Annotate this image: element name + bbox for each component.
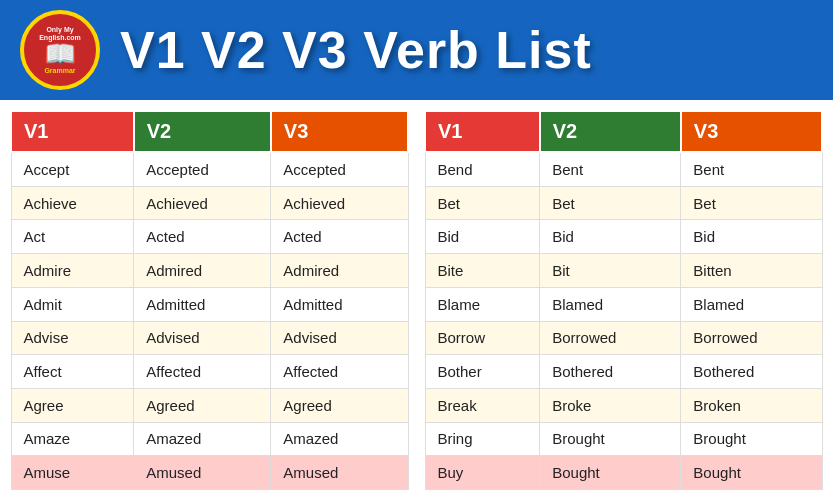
table-row: BuyBoughtBought — [425, 456, 822, 490]
table-cell: Advised — [134, 321, 271, 355]
table1-header-v2: V2 — [134, 111, 271, 152]
table-cell: Bent — [681, 152, 822, 186]
table-cell: Break — [425, 388, 540, 422]
table-cell: Bite — [425, 254, 540, 288]
table-row: AchieveAchievedAchieved — [11, 186, 408, 220]
table-cell: Admitted — [271, 287, 408, 321]
page-title: V1 V2 V3 Verb List — [120, 20, 592, 80]
table-cell: Agree — [11, 388, 134, 422]
table-cell: Bitten — [681, 254, 822, 288]
table-row: BotherBotheredBothered — [425, 355, 822, 389]
table-cell: Admire — [11, 254, 134, 288]
table-cell: Bothered — [681, 355, 822, 389]
table-cell: Achieved — [271, 186, 408, 220]
table-cell: Acted — [271, 220, 408, 254]
table-cell: Brought — [681, 422, 822, 456]
table-cell: Accept — [11, 152, 134, 186]
table-row: AdviseAdvisedAdvised — [11, 321, 408, 355]
table-cell: Amazed — [271, 422, 408, 456]
table-cell: Admired — [134, 254, 271, 288]
table-cell: Amaze — [11, 422, 134, 456]
table-cell: Accepted — [271, 152, 408, 186]
table-cell: Admitted — [134, 287, 271, 321]
table-cell: Admit — [11, 287, 134, 321]
table-row: AffectAffectedAffected — [11, 355, 408, 389]
logo-book-icon: 📖 — [44, 41, 76, 67]
table-cell: Bought — [681, 456, 822, 490]
table-cell: Advise — [11, 321, 134, 355]
table-row: BreakBrokeBroken — [425, 388, 822, 422]
logo-bottom-text: Grammar — [44, 67, 75, 74]
table-cell: Broken — [681, 388, 822, 422]
table-cell: Bid — [425, 220, 540, 254]
table-cell: Advised — [271, 321, 408, 355]
verb-table-1: V1 V2 V3 AcceptAcceptedAcceptedAchieveAc… — [10, 110, 409, 490]
table2-header-v3: V3 — [681, 111, 822, 152]
table-cell: Act — [11, 220, 134, 254]
table-cell: Bent — [540, 152, 681, 186]
table-cell: Bid — [681, 220, 822, 254]
table-row: AmuseAmusedAmused — [11, 456, 408, 490]
table-cell: Amuse — [11, 456, 134, 490]
table-cell: Borrow — [425, 321, 540, 355]
table-cell: Bid — [540, 220, 681, 254]
table-row: ActActedActed — [11, 220, 408, 254]
table-row: BendBentBent — [425, 152, 822, 186]
logo: Only MyEnglish.com 📖 Grammar — [20, 10, 100, 90]
table2-header-v2: V2 — [540, 111, 681, 152]
table-cell: Blamed — [540, 287, 681, 321]
table-cell: Agreed — [134, 388, 271, 422]
table-row: AdmireAdmiredAdmired — [11, 254, 408, 288]
table-cell: Blame — [425, 287, 540, 321]
tables-container: V1 V2 V3 AcceptAcceptedAcceptedAchieveAc… — [0, 100, 833, 500]
table-row: BetBetBet — [425, 186, 822, 220]
table1-header-v3: V3 — [271, 111, 408, 152]
table-cell: Bother — [425, 355, 540, 389]
table-cell: Agreed — [271, 388, 408, 422]
table-cell: Achieved — [134, 186, 271, 220]
table-cell: Achieve — [11, 186, 134, 220]
table-cell: Bought — [540, 456, 681, 490]
table-cell: Bend — [425, 152, 540, 186]
table-cell: Brought — [540, 422, 681, 456]
table-row: BidBidBid — [425, 220, 822, 254]
table-cell: Affect — [11, 355, 134, 389]
table-cell: Amused — [271, 456, 408, 490]
table2-header-v1: V1 — [425, 111, 540, 152]
table-cell: Bring — [425, 422, 540, 456]
table-row: BlameBlamedBlamed — [425, 287, 822, 321]
table-row: BringBroughtBrought — [425, 422, 822, 456]
table-cell: Amazed — [134, 422, 271, 456]
table-row: AdmitAdmittedAdmitted — [11, 287, 408, 321]
table-cell: Bet — [681, 186, 822, 220]
table-cell: Bit — [540, 254, 681, 288]
table-cell: Affected — [271, 355, 408, 389]
table1-header-v1: V1 — [11, 111, 134, 152]
table-cell: Admired — [271, 254, 408, 288]
table-cell: Blamed — [681, 287, 822, 321]
table-cell: Accepted — [134, 152, 271, 186]
verb-table-2: V1 V2 V3 BendBentBentBetBetBetBidBidBidB… — [424, 110, 823, 490]
table-cell: Acted — [134, 220, 271, 254]
table-cell: Affected — [134, 355, 271, 389]
table-cell: Bothered — [540, 355, 681, 389]
table-cell: Buy — [425, 456, 540, 490]
table-cell: Borrowed — [681, 321, 822, 355]
table-row: AgreeAgreedAgreed — [11, 388, 408, 422]
table-cell: Bet — [540, 186, 681, 220]
table-row: BorrowBorrowedBorrowed — [425, 321, 822, 355]
table-cell: Broke — [540, 388, 681, 422]
header: Only MyEnglish.com 📖 Grammar V1 V2 V3 Ve… — [0, 0, 833, 100]
table-row: AcceptAcceptedAccepted — [11, 152, 408, 186]
table-cell: Amused — [134, 456, 271, 490]
table-cell: Bet — [425, 186, 540, 220]
table-row: AmazeAmazedAmazed — [11, 422, 408, 456]
table-cell: Borrowed — [540, 321, 681, 355]
table-row: BiteBitBitten — [425, 254, 822, 288]
